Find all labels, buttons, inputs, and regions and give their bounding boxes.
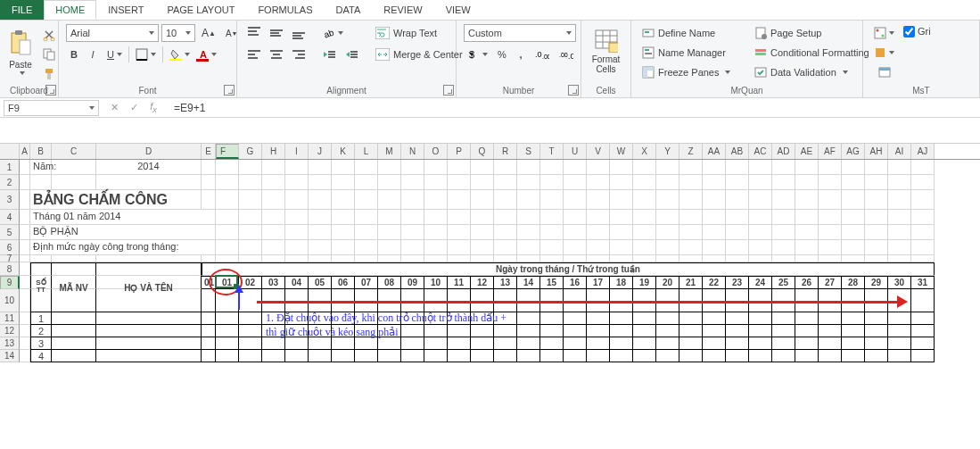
cell[interactable] — [239, 225, 262, 240]
cell[interactable] — [795, 175, 819, 190]
cell[interactable] — [911, 240, 935, 255]
cell[interactable] — [703, 255, 726, 262]
cell[interactable] — [96, 255, 202, 262]
cell[interactable] — [239, 210, 262, 225]
cell[interactable] — [540, 312, 564, 325]
cell[interactable] — [726, 350, 749, 362]
format-cells-button[interactable]: Format Cells — [589, 24, 623, 79]
cell[interactable]: BẢNG CHẤM CÔNG — [30, 190, 202, 210]
cell[interactable]: 20 — [656, 276, 679, 289]
cell[interactable] — [285, 350, 309, 362]
cell[interactable] — [633, 350, 656, 362]
column-header-Y[interactable]: Y — [656, 144, 679, 159]
cell[interactable]: Năm: — [30, 160, 52, 175]
cell[interactable] — [30, 289, 52, 312]
cell[interactable] — [587, 289, 610, 312]
cell[interactable] — [726, 190, 749, 210]
cell[interactable] — [309, 240, 332, 255]
cell[interactable] — [401, 160, 424, 175]
cell[interactable] — [911, 160, 935, 175]
cell[interactable] — [448, 312, 471, 325]
cell[interactable]: 29 — [865, 276, 888, 289]
cell[interactable]: 06 — [332, 276, 355, 289]
cell[interactable] — [772, 325, 795, 337]
cell[interactable] — [285, 240, 309, 255]
cell[interactable] — [679, 350, 703, 362]
cell[interactable] — [355, 289, 378, 312]
cell[interactable] — [309, 255, 332, 262]
cell[interactable] — [610, 255, 633, 262]
cell[interactable] — [540, 289, 564, 312]
clipboard-dialog-launcher[interactable] — [45, 85, 56, 96]
cell[interactable] — [726, 240, 749, 255]
cell[interactable] — [216, 175, 239, 190]
align-middle-button[interactable] — [267, 24, 286, 42]
cell[interactable] — [30, 175, 52, 190]
cell[interactable] — [332, 350, 355, 362]
cell[interactable] — [703, 210, 726, 225]
cell[interactable] — [355, 325, 378, 337]
row-header-3[interactable]: 3 — [0, 190, 20, 210]
cell[interactable] — [772, 255, 795, 262]
cell[interactable] — [587, 337, 610, 350]
cell[interactable] — [216, 240, 239, 255]
cell[interactable] — [749, 325, 772, 337]
cell[interactable] — [239, 337, 262, 350]
cell[interactable] — [20, 262, 30, 276]
gridlines-checkbox[interactable] — [903, 26, 915, 37]
cell[interactable] — [703, 350, 726, 362]
cell[interactable] — [285, 312, 309, 325]
column-header-X[interactable]: X — [633, 144, 656, 159]
cell[interactable] — [610, 312, 633, 325]
cell[interactable] — [888, 240, 911, 255]
cell[interactable] — [540, 350, 564, 362]
cell[interactable] — [262, 289, 285, 312]
cell[interactable] — [656, 225, 679, 240]
cell[interactable] — [332, 289, 355, 312]
cell[interactable] — [494, 190, 517, 210]
cell[interactable] — [842, 190, 865, 210]
row-header-13[interactable]: 13 — [0, 337, 20, 350]
cell[interactable] — [332, 240, 355, 255]
cell[interactable] — [517, 240, 540, 255]
column-header-W[interactable]: W — [610, 144, 633, 159]
column-header-AJ[interactable]: AJ — [911, 144, 935, 159]
cell[interactable]: Tháng 01 năm 2014 — [30, 210, 216, 225]
row-header-9[interactable]: 9 — [0, 276, 20, 289]
cell[interactable] — [309, 325, 332, 337]
column-header-AH[interactable]: AH — [865, 144, 888, 159]
column-header-AD[interactable]: AD — [772, 144, 795, 159]
cell[interactable] — [424, 175, 448, 190]
cell[interactable] — [355, 337, 378, 350]
cell[interactable]: HỌ VÀ TÊN — [96, 276, 202, 289]
name-manager-button[interactable]: Name Manager — [638, 44, 745, 62]
cell[interactable]: 10 — [424, 276, 448, 289]
cell[interactable]: 01 — [216, 276, 239, 289]
cell[interactable]: BỘ PHẬN — [30, 225, 216, 240]
tab-formulas[interactable]: FORMULAS — [246, 0, 324, 20]
cell[interactable] — [610, 240, 633, 255]
cell[interactable] — [656, 175, 679, 190]
cell[interactable]: 27 — [819, 276, 842, 289]
cell[interactable] — [202, 160, 216, 175]
column-header-AC[interactable]: AC — [749, 144, 772, 159]
cell[interactable] — [401, 289, 424, 312]
cell[interactable] — [540, 225, 564, 240]
cell[interactable]: 18 — [610, 276, 633, 289]
cell[interactable] — [332, 337, 355, 350]
cell[interactable] — [309, 312, 332, 325]
cell[interactable] — [772, 337, 795, 350]
comma-button[interactable]: , — [513, 46, 529, 63]
cell[interactable] — [911, 350, 935, 362]
font-color-button[interactable]: A — [196, 46, 220, 63]
cell[interactable] — [378, 225, 401, 240]
column-header-AA[interactable]: AA — [703, 144, 726, 159]
wrap-text-button[interactable]: Wrap Text — [372, 24, 470, 42]
cell[interactable] — [749, 210, 772, 225]
cell[interactable] — [285, 225, 309, 240]
cell[interactable] — [517, 289, 540, 312]
define-name-button[interactable]: Define Name — [638, 24, 745, 42]
cell[interactable] — [424, 312, 448, 325]
cell[interactable] — [355, 210, 378, 225]
cell[interactable] — [888, 350, 911, 362]
